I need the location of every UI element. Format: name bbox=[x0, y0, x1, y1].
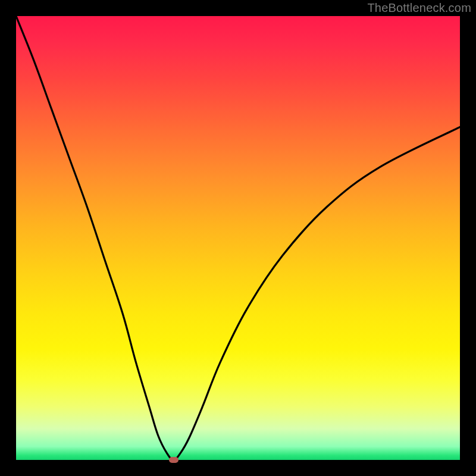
chart-frame: TheBottleneck.com bbox=[0, 0, 476, 476]
curve-svg bbox=[16, 16, 460, 460]
plot-area bbox=[16, 16, 460, 460]
bottleneck-curve-path bbox=[16, 16, 460, 460]
watermark-text: TheBottleneck.com bbox=[367, 1, 471, 15]
minimum-marker bbox=[169, 457, 178, 463]
